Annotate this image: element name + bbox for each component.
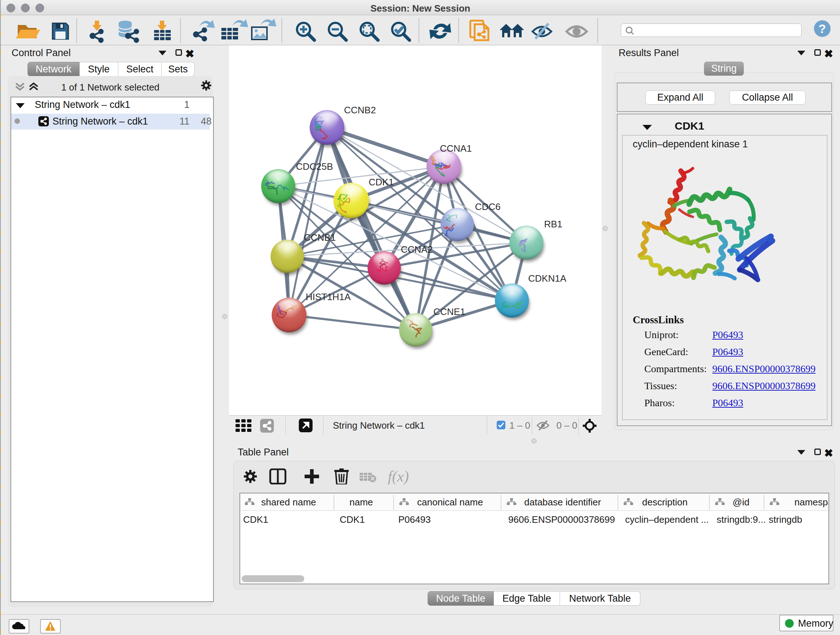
svg-text:CCNB1: CCNB1 [304, 232, 336, 243]
svg-text:CDKN1A: CDKN1A [528, 273, 567, 284]
svg-text:namespac: namespac [794, 497, 829, 508]
svg-text:CDC6: CDC6 [475, 201, 501, 212]
svg-text:stringdb:9...: stringdb:9... [717, 514, 766, 525]
svg-text:HIST1H1A: HIST1H1A [306, 291, 351, 302]
svg-text:CDK1: CDK1 [243, 514, 268, 525]
svg-text:cyclin–dependent ...: cyclin–dependent ... [625, 514, 709, 525]
svg-text:P06493: P06493 [398, 514, 431, 525]
svg-text:CCNA2: CCNA2 [401, 244, 433, 255]
svg-text:9606.ENSP00000378699: 9606.ENSP00000378699 [508, 514, 615, 525]
svg-text:canonical name: canonical name [417, 497, 483, 508]
svg-text:database identifier: database identifier [524, 497, 601, 508]
svg-text:@id: @id [733, 497, 750, 508]
svg-text:CCNB2: CCNB2 [344, 105, 376, 116]
svg-text:CCNE1: CCNE1 [433, 306, 465, 317]
svg-text:description: description [642, 497, 688, 508]
svg-text:CDK1: CDK1 [369, 177, 393, 187]
svg-text:CCNA1: CCNA1 [440, 143, 472, 154]
svg-text:CDC25B: CDC25B [296, 161, 333, 172]
svg-text:f(x): f(x) [388, 469, 409, 485]
svg-text:RB1: RB1 [544, 219, 562, 230]
svg-text:stringdb: stringdb [769, 514, 802, 525]
svg-text:CDK1: CDK1 [340, 514, 365, 525]
svg-text:name: name [349, 497, 373, 508]
svg-text:shared name: shared name [261, 497, 316, 508]
